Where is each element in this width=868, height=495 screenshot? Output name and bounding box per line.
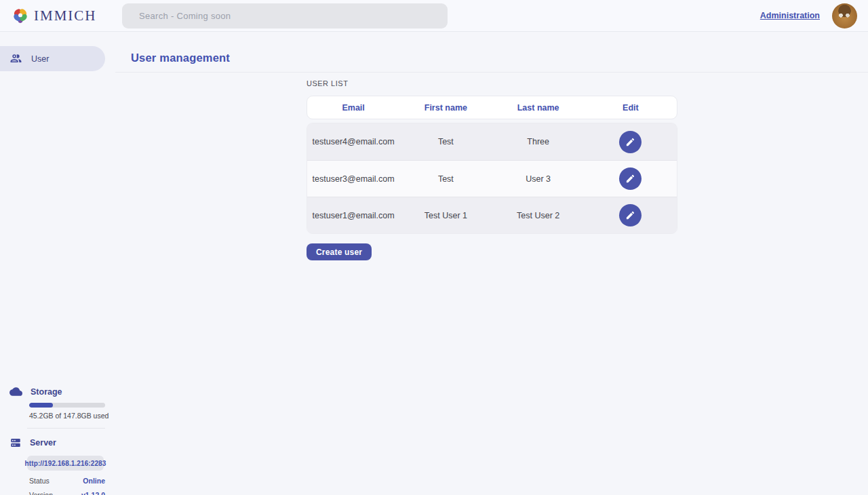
column-header-last-name: Last name [492, 103, 585, 113]
user-list-label: USER LIST [307, 79, 677, 87]
footer-divider [27, 428, 105, 429]
cell-first-name: Test [399, 137, 492, 146]
column-header-edit: Edit [585, 103, 677, 113]
server-title: Server [30, 438, 56, 448]
top-bar: IMMICH Administration [0, 0, 868, 32]
edit-user-button[interactable] [619, 131, 642, 153]
administration-link[interactable]: Administration [760, 11, 820, 20]
column-header-email: Email [307, 103, 399, 113]
cell-email: testuser1@email.com [307, 211, 399, 220]
user-management-content: USER LIST Email First name Last name Edi… [307, 79, 677, 260]
version-label: Version [29, 491, 53, 495]
edit-user-button[interactable] [619, 204, 642, 226]
server-icon [9, 437, 22, 449]
status-value: Online [83, 477, 105, 485]
cell-last-name: User 3 [492, 174, 585, 184]
page-title: User management [131, 52, 230, 64]
user-avatar[interactable] [832, 3, 857, 28]
sidebar-item-user[interactable]: User [0, 46, 105, 71]
sidebar-footer: Storage 45.2GB of 147.8GB used Server ht… [0, 385, 115, 495]
cell-first-name: Test User 1 [399, 211, 492, 220]
search-input[interactable] [122, 3, 448, 28]
people-icon [9, 52, 22, 65]
table-row: testuser4@email.com Test Three [307, 123, 677, 160]
table-row: testuser1@email.com Test User 1 Test Use… [307, 197, 677, 233]
cell-email: testuser3@email.com [307, 174, 399, 184]
top-bar-right: Administration [760, 3, 857, 28]
create-user-button[interactable]: Create user [307, 243, 372, 260]
sidebar-item-label: User [31, 54, 49, 64]
cloud-icon [9, 385, 22, 398]
storage-title: Storage [31, 387, 62, 397]
cell-last-name: Three [492, 137, 585, 146]
storage-progress-fill [29, 403, 53, 408]
user-table-header: Email First name Last name Edit [307, 96, 677, 119]
cell-edit [585, 131, 677, 153]
storage-progress-bar [29, 403, 105, 408]
pencil-icon [625, 210, 635, 220]
server-status-row: Status Online [29, 477, 105, 485]
immich-logo[interactable]: IMMICH [11, 6, 110, 25]
cell-last-name: Test User 2 [492, 211, 585, 220]
logo-text: IMMICH [34, 7, 97, 24]
table-row: testuser3@email.com Test User 3 [307, 160, 677, 197]
server-url-badge: http://192.168.1.216:2283 [27, 456, 104, 471]
header-divider [115, 72, 868, 73]
immich-flower-icon [11, 6, 30, 25]
edit-user-button[interactable] [619, 167, 642, 190]
storage-usage-text: 45.2GB of 147.8GB used [29, 412, 115, 420]
server-version-row: Version v1.12.0 [29, 491, 105, 495]
immich-admin-page: { "theme": { "accent": "#4250af", "butto… [0, 0, 868, 495]
cell-first-name: Test [399, 174, 492, 184]
status-label: Status [29, 477, 50, 485]
cell-email: testuser4@email.com [307, 137, 399, 146]
user-table-body: testuser4@email.com Test Three testuser3… [307, 123, 677, 234]
storage-section-header: Storage [0, 385, 115, 398]
server-section-header: Server [0, 437, 115, 449]
version-value: v1.12.0 [81, 491, 105, 495]
cell-edit [585, 167, 677, 190]
cell-edit [585, 204, 677, 226]
column-header-first-name: First name [399, 103, 492, 113]
pencil-icon [625, 174, 635, 184]
pencil-icon [625, 137, 635, 147]
search-bar [122, 3, 448, 28]
